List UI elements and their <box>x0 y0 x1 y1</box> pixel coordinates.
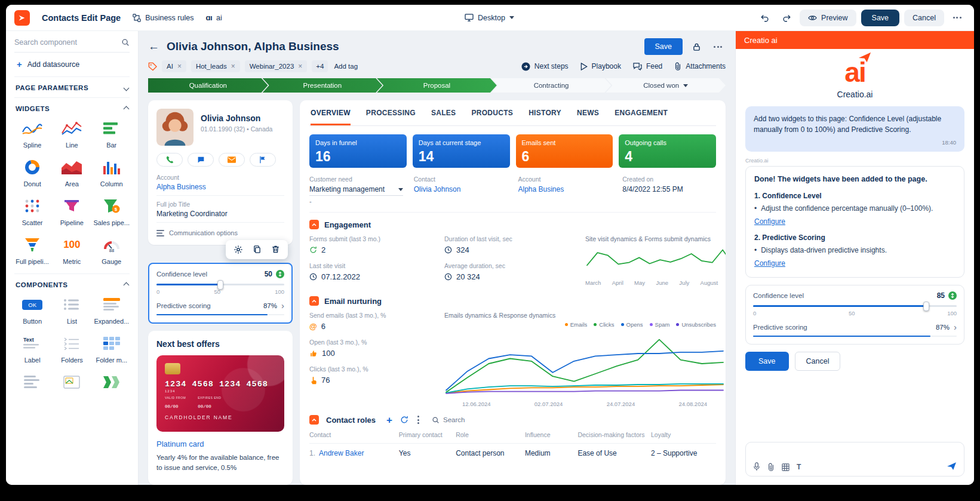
contact-link[interactable]: Olivia Johnson <box>414 185 461 193</box>
component-tile[interactable] <box>14 373 50 391</box>
chevron-right-icon[interactable]: › <box>281 301 284 310</box>
table-row[interactable]: 1.Andrew Baker Yes Contact person Medium… <box>309 444 716 463</box>
configure-link[interactable]: Configure <box>754 216 785 227</box>
component-tile-folders[interactable]: Folders <box>54 334 90 364</box>
stage-proposal[interactable]: Proposal <box>377 78 497 93</box>
roles-more-button[interactable] <box>416 414 420 425</box>
stage-presentation[interactable]: Presentation <box>263 78 383 93</box>
ai-cancel-button[interactable]: Cancel <box>795 352 841 371</box>
feed-button[interactable]: Feed <box>633 62 662 70</box>
stage-closed-won[interactable]: Closed won <box>606 78 726 93</box>
tag-chip[interactable]: Webinar_2023× <box>245 60 308 72</box>
remove-tag-icon[interactable]: × <box>298 63 302 70</box>
call-button[interactable] <box>156 153 183 167</box>
text-format-icon[interactable]: T <box>797 463 801 471</box>
undo-button[interactable] <box>757 10 773 26</box>
section-page-parameters[interactable]: PAGE PARAMETERS <box>14 76 130 97</box>
next-steps-button[interactable]: Next steps <box>521 62 569 71</box>
tab-news[interactable]: NEWS <box>577 109 599 125</box>
search-icon[interactable] <box>121 38 130 47</box>
widget-tile-column[interactable]: Column <box>93 158 130 188</box>
refresh-button[interactable] <box>400 416 408 424</box>
playbook-button[interactable]: Playbook <box>580 62 621 70</box>
contact-link[interactable]: Andrew Baker <box>319 449 364 457</box>
widget-tile-donut[interactable]: Donut <box>14 158 50 188</box>
confidence-slider[interactable]: 050100 <box>156 284 284 295</box>
copy-button[interactable] <box>253 245 262 254</box>
chevron-down-icon[interactable] <box>398 188 403 191</box>
widget-tile-full-pipeline[interactable]: Full pipeli... <box>14 236 50 265</box>
slider-thumb[interactable] <box>217 280 223 290</box>
tab-history[interactable]: HISTORY <box>529 109 561 125</box>
widget-tile-spline[interactable]: Spline <box>14 119 50 149</box>
save-button[interactable]: Save <box>861 10 900 26</box>
component-tile-label[interactable]: Text Label <box>14 334 50 364</box>
component-tile-list[interactable]: List <box>54 296 90 325</box>
widget-tile-sales-pipeline[interactable]: $ Sales pipe... <box>93 197 130 226</box>
account-link[interactable]: Alpha Busines <box>518 185 564 193</box>
chat-button[interactable] <box>188 153 214 167</box>
roles-search-button[interactable]: Search <box>432 416 465 424</box>
tab-sales[interactable]: SALES <box>431 109 456 125</box>
add-role-button[interactable]: + <box>386 415 392 425</box>
attach-file-icon[interactable] <box>767 463 775 471</box>
customer-need-field[interactable]: Customer need Marketing management - <box>309 176 403 205</box>
section-components[interactable]: COMPONENTS <box>14 273 130 294</box>
section-widgets[interactable]: WIDGETS <box>14 97 130 118</box>
widget-tile-area[interactable]: Area <box>54 158 90 188</box>
insert-table-icon[interactable] <box>782 463 789 471</box>
ai-button[interactable]: ɑı ai <box>205 13 222 22</box>
component-tile-button[interactable]: OK Button <box>14 296 50 325</box>
add-tag-button[interactable]: Add tag <box>334 63 358 70</box>
more-button[interactable] <box>949 10 966 26</box>
flag-button[interactable] <box>250 153 276 167</box>
stage-contracting[interactable]: Contracting <box>491 78 612 93</box>
widget-tile-line[interactable]: Line <box>54 119 90 149</box>
search-input[interactable] <box>14 38 110 47</box>
lock-icon[interactable] <box>689 39 704 54</box>
email-button[interactable] <box>219 153 245 167</box>
business-rules-button[interactable]: Business rules <box>133 14 193 22</box>
ai-message-input[interactable]: T <box>745 442 964 477</box>
record-save-button[interactable]: Save <box>644 38 683 55</box>
voice-input-icon[interactable] <box>753 462 760 471</box>
tab-engagement[interactable]: ENGAGEMENT <box>615 109 668 125</box>
tab-overview[interactable]: OVERVIEW <box>311 109 351 125</box>
component-tile[interactable] <box>94 373 130 391</box>
configure-link[interactable]: Configure <box>754 258 785 269</box>
collapse-icon[interactable] <box>309 296 319 306</box>
back-button[interactable]: ← <box>148 40 159 53</box>
chevron-right-icon[interactable]: › <box>954 322 957 331</box>
preview-button[interactable]: Preview <box>800 10 856 26</box>
stage-qualification[interactable]: Qualification <box>148 78 268 93</box>
component-tile-expanded[interactable]: Expanded... <box>94 296 130 325</box>
confidence-slider[interactable]: 050100 <box>753 305 957 316</box>
widget-tile-gauge[interactable]: 88 Gauge <box>93 236 130 265</box>
tag-chip[interactable]: Hot_leads× <box>191 60 240 72</box>
widget-tile-bar[interactable]: Bar <box>93 119 130 149</box>
tab-processing[interactable]: PROCESSING <box>366 109 416 125</box>
component-tile-folder-manager[interactable]: Folder m... <box>94 334 130 364</box>
account-link[interactable]: Alpha Business <box>156 183 284 191</box>
confidence-widget-selected[interactable]: Confidence level 50 050100 Predictive sc… <box>148 263 293 324</box>
communication-options-button[interactable]: Communication options <box>156 223 284 239</box>
remove-tag-icon[interactable]: × <box>231 63 235 70</box>
creatio-logo-icon[interactable] <box>14 10 30 26</box>
ai-save-button[interactable]: Save <box>745 352 789 371</box>
widget-tile-pipeline[interactable]: Pipeline <box>54 197 90 226</box>
widget-tile-metric[interactable]: 100 Metric <box>54 236 90 265</box>
settings-button[interactable] <box>234 245 243 254</box>
collapse-icon[interactable] <box>309 220 319 229</box>
slider-thumb[interactable] <box>923 302 929 311</box>
redo-button[interactable] <box>778 10 795 26</box>
more-tags-chip[interactable]: +4 <box>312 60 328 72</box>
tab-products[interactable]: PRODUCTS <box>471 109 513 125</box>
device-selector[interactable]: Desktop <box>465 14 514 22</box>
cancel-button[interactable]: Cancel <box>904 10 944 26</box>
send-button[interactable] <box>947 461 957 471</box>
collapse-icon[interactable] <box>309 415 319 425</box>
delete-button[interactable] <box>271 245 280 254</box>
attachments-button[interactable]: Attachments <box>674 62 726 70</box>
tag-chip[interactable]: AI× <box>162 60 186 72</box>
widget-tile-scatter[interactable]: Scatter <box>14 197 50 226</box>
